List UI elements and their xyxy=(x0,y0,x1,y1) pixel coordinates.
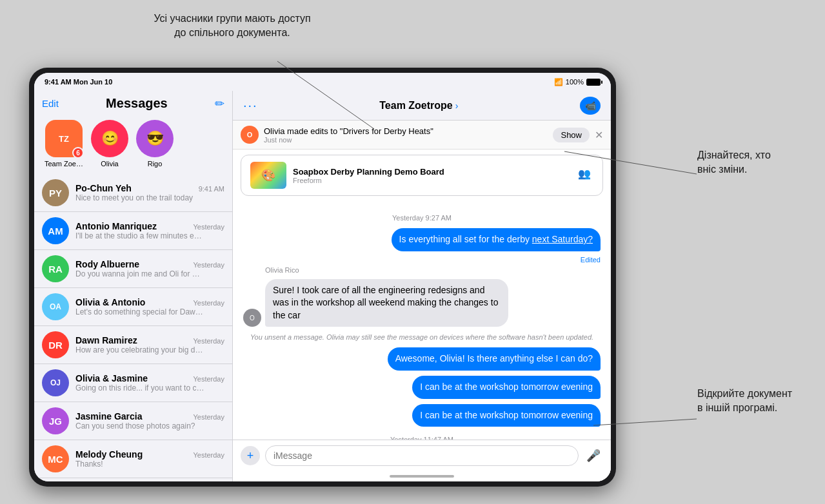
msg-bubble-workshop1: I can be at the workshop tomorrow evenin… xyxy=(412,376,601,399)
msg-name-melody: Melody Cheung xyxy=(75,449,143,460)
status-bar: 9:41 AM Mon Jun 10 📶 100% xyxy=(34,73,611,91)
edit-button[interactable]: Edit xyxy=(42,98,59,109)
avatar-wrap-rigo: 😎 xyxy=(136,120,174,157)
message-item-antonio[interactable]: AM Antonio Manriquez Yesterday I'll be a… xyxy=(34,212,232,250)
ipad-device: 9:41 AM Mon Jun 10 📶 100% Edit Messages … xyxy=(29,68,616,487)
message-item-jasmine[interactable]: JG Jasmine Garcia Yesterday Can you send… xyxy=(34,402,232,440)
msg-preview-rody: Do you wanna join me and Oli for 🍳🥐 brea… xyxy=(75,269,204,278)
edited-label: Edited xyxy=(243,256,601,264)
chat-header: ··· Team Zoetrope › 📹 xyxy=(233,91,611,121)
chat-messages: Yesterday 9:27 AM Is everything all set … xyxy=(233,201,611,440)
msg-name-rody: Rody Albuerne xyxy=(75,259,139,269)
plus-icon: + xyxy=(247,449,254,463)
mic-button[interactable]: 🎤 xyxy=(584,446,603,465)
annotation-right-bottom: Відкрийте документ в іншій програмі. xyxy=(697,387,813,416)
compose-button[interactable]: ✏ xyxy=(215,97,224,111)
notification-text: Olivia made edits to "Drivers for Derby … xyxy=(264,126,433,136)
message-item-dawn[interactable]: DR Dawn Ramirez Yesterday How are you ce… xyxy=(34,326,232,364)
pinned-contact-rigo[interactable]: 😎 Rigo xyxy=(136,120,174,168)
chat-title-wrap[interactable]: Team Zoetrope › xyxy=(379,100,458,111)
pinned-contact-team-zoetrope[interactable]: TZ 6 Team Zoetrope xyxy=(45,120,83,168)
sender-name-olivia: Olivia Rico xyxy=(265,266,601,274)
input-bar: + 🎤 xyxy=(233,440,611,471)
message-item-olivia-jasmine[interactable]: OJ Olivia & Jasmine Yesterday Going on t… xyxy=(34,364,232,402)
msg-time-olivia-jasmine: Yesterday xyxy=(193,375,224,383)
freeform-card[interactable]: 🎨 Soapbox Derby Planning Demo Board Free… xyxy=(241,155,603,196)
msg-content-jasmine: Jasmine Garcia Yesterday Can you send th… xyxy=(75,411,224,431)
msg-time-dawn: Yesterday xyxy=(193,337,224,345)
message-item-rody[interactable]: RA Rody Albuerne Yesterday Do you wanna … xyxy=(34,250,232,288)
msg-name-olivia-jasmine: Olivia & Jasmine xyxy=(75,373,148,383)
message-item-melody[interactable]: MC Melody Cheung Yesterday Thanks! xyxy=(34,440,232,478)
msg-time-melody: Yesterday xyxy=(193,451,224,459)
msg-outgoing-awesome: Awesome, Olivia! Is there anything else … xyxy=(243,347,601,371)
msg-content-dawn: Dawn Ramirez Yesterday How are you celeb… xyxy=(75,335,224,354)
msg-time-antonio: Yesterday xyxy=(193,223,224,231)
message-item-olivia-antonio[interactable]: OA Olivia & Antonio Yesterday Let's do s… xyxy=(34,288,232,326)
pinned-name-team-zoetrope: Team Zoetrope xyxy=(45,160,83,168)
sidebar-header: Edit Messages ✏ xyxy=(34,91,232,115)
input-plus-button[interactable]: + xyxy=(241,446,260,465)
notification-banner: O Olivia made edits to "Drivers for Derb… xyxy=(233,121,611,150)
notification-close-button[interactable]: ✕ xyxy=(595,129,603,141)
notification-content: Olivia made edits to "Drivers for Derby … xyxy=(264,126,433,144)
chat-title: Team Zoetrope xyxy=(379,100,453,111)
notification-time: Just now xyxy=(264,136,433,144)
main-content: Edit Messages ✏ TZ 6 Team Zoetrope xyxy=(34,91,611,481)
notification-show-button[interactable]: Show xyxy=(553,128,590,142)
unsent-notice: You unsent a message. Olivia may still s… xyxy=(243,333,601,341)
freeform-thumbnail: 🎨 xyxy=(250,162,286,189)
next-saturday-link[interactable]: next Saturday? xyxy=(532,234,593,244)
msg-preview-jasmine: Can you send those photos again? xyxy=(75,422,204,431)
avatar-pochun: PY xyxy=(42,179,69,206)
wifi-icon: 📶 xyxy=(554,78,563,86)
home-indicator xyxy=(233,471,611,481)
msg-outgoing-workshop2: I can be at the workshop tomorrow evenin… xyxy=(243,404,601,427)
message-item-pochun[interactable]: PY Po-Chun Yeh 9:41 AM Nice to meet you … xyxy=(34,174,232,212)
freeform-info: Soapbox Derby Planning Demo Board Freefo… xyxy=(293,167,572,184)
badge-team-zoetrope: 6 xyxy=(72,147,84,159)
status-time: 9:41 AM Mon Jun 10 xyxy=(45,78,112,86)
video-call-button[interactable]: 📹 xyxy=(580,97,601,115)
msg-incoming-olivia-reply: O Sure! I took care of all the engineeri… xyxy=(243,279,601,327)
msg-content-antonio: Antonio Manriquez Yesterday I'll be at t… xyxy=(75,221,224,240)
msg-preview-olivia-antonio: Let's do something special for Dawn at t… xyxy=(75,307,204,316)
pinned-contacts-row: TZ 6 Team Zoetrope 😊 Olivia xyxy=(34,115,232,174)
timestamp-yesterday-morning: Yesterday 9:27 AM xyxy=(243,214,601,222)
msg-outgoing-workshop1: I can be at the workshop tomorrow evenin… xyxy=(243,376,601,399)
msg-name-olivia-antonio: Olivia & Antonio xyxy=(75,297,145,307)
msg-content-rody: Rody Albuerne Yesterday Do you wanna joi… xyxy=(75,259,224,278)
video-icon: 📹 xyxy=(585,101,596,111)
chat-panel: ··· Team Zoetrope › 📹 O Olivia made edit… xyxy=(233,91,611,481)
freeform-group-icon: 👥 xyxy=(578,168,593,183)
avatar-rigo: 😎 xyxy=(136,120,174,157)
msg-content-pochun: Po-Chun Yeh 9:41 AM Nice to meet you on … xyxy=(75,183,224,202)
msg-bubble-workshop2: I can be at the workshop tomorrow evenin… xyxy=(412,404,601,427)
msg-name-jasmine: Jasmine Garcia xyxy=(75,411,143,422)
msg-preview-dawn: How are you celebrating your big day? xyxy=(75,345,204,354)
pinned-name-olivia: Olivia xyxy=(101,160,119,168)
annotation-top: Усі учасники групи мають доступ до спіль… xyxy=(103,12,361,41)
msg-preview-pochun: Nice to meet you on the trail today xyxy=(75,193,204,202)
avatar-jasmine: JG xyxy=(42,407,69,434)
avatar-wrap-olivia: 😊 xyxy=(91,120,128,157)
msg-preview-melody: Thanks! xyxy=(75,460,204,469)
chat-more-button[interactable]: ··· xyxy=(243,98,258,113)
msg-name-antonio: Antonio Manriquez xyxy=(75,221,157,231)
notification-actions: Show ✕ xyxy=(553,128,603,142)
avatar-olivia-chat: O xyxy=(243,309,261,327)
status-icons: 📶 100% xyxy=(554,78,601,86)
avatar-olivia-antonio: OA xyxy=(42,293,69,320)
pinned-contact-olivia[interactable]: 😊 Olivia xyxy=(91,120,128,168)
message-input[interactable] xyxy=(265,445,579,466)
msg-preview-antonio: I'll be at the studio a few minutes earl… xyxy=(75,231,204,240)
avatar-antonio: AM xyxy=(42,217,69,244)
msg-content-olivia-jasmine: Olivia & Jasmine Yesterday Going on this… xyxy=(75,373,224,393)
ipad-screen: 9:41 AM Mon Jun 10 📶 100% Edit Messages … xyxy=(34,73,611,481)
msg-time-olivia-antonio: Yesterday xyxy=(193,299,224,307)
chat-chevron-icon: › xyxy=(455,101,459,111)
pinned-name-rigo: Rigo xyxy=(148,160,163,168)
sidebar-title: Messages xyxy=(106,96,168,111)
msg-name-pochun: Po-Chun Yeh xyxy=(75,183,132,193)
msg-bubble-awesome: Awesome, Olivia! Is there anything else … xyxy=(388,347,601,371)
